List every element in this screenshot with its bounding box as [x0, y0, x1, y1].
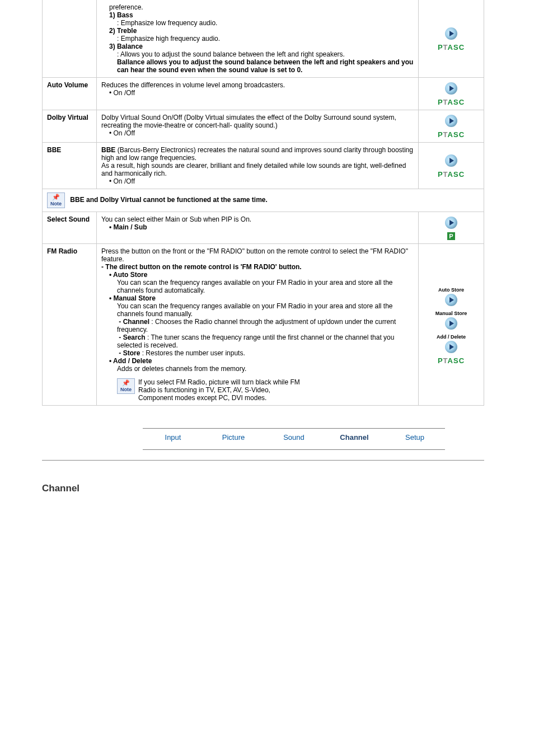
row-auto-volume: Auto Volume Reduces the differences in v…	[43, 78, 484, 110]
row-bbe: BBE BBE (Barcus-Berry Electronics) recre…	[43, 143, 484, 189]
row-select-sound: Select Sound You can select either Main …	[43, 212, 484, 244]
fm-search-bold: - Search	[119, 334, 145, 341]
dolby-label: Dolby Virtual	[43, 110, 97, 143]
note-bbe-dolby-text: BBE and Dolby Virtual cannot be function…	[70, 196, 268, 204]
note-bbe-dolby-cell: 📌Note BBE and Dolby Virtual cannot be fu…	[43, 189, 484, 212]
select-sound-label: Select Sound	[43, 212, 97, 244]
fm-search-text: : The tuner scans the frequency range un…	[117, 334, 394, 349]
play-icon	[445, 154, 457, 167]
fm-channel-line: - Channel : Chooses the Radio channel th…	[117, 318, 414, 334]
tab-picture[interactable]: Picture	[203, 433, 264, 442]
fm-manualstore-text-wrap: You can scan the frequency ranges availa…	[117, 302, 414, 318]
tab-setup[interactable]: Setup	[385, 433, 445, 442]
auto-volume-label: Auto Volume	[43, 78, 97, 110]
bbe-text1: (Barcus-Berry Electronics) recreates the…	[101, 146, 413, 162]
bbe-label: BBE	[43, 143, 97, 189]
play-icon	[445, 217, 457, 229]
fm-autostore-text: You can scan the frequency ranges availa…	[117, 279, 414, 294]
balance-desc: : Allows you to adjust the sound balance…	[117, 50, 414, 58]
select-sound-bullet: • Main / Sub	[109, 223, 414, 231]
nav-tabs: Input Picture Sound Channel Setup	[143, 429, 445, 449]
fm-autostore-title: • Auto Store	[109, 271, 414, 279]
play-icon	[445, 341, 457, 353]
fm-intro-bold: - The direct button on the remote contro…	[101, 263, 414, 271]
treble-title: 2) Treble	[109, 27, 414, 35]
fm-note-text: If you select FM Radio, picture will tur…	[138, 378, 306, 402]
icon-label-manualstore: Manual Store	[423, 311, 479, 316]
note-icon: 📌Note	[117, 378, 135, 394]
ptasc-badge: PTASC	[438, 130, 465, 139]
row-note-bbe-dolby: 📌Note BBE and Dolby Virtual cannot be fu…	[43, 189, 484, 212]
ptasc-badge: PTASC	[438, 98, 465, 106]
ptasc-badge: PTASC	[438, 170, 465, 179]
play-icon	[445, 82, 457, 95]
bass-desc: : Emphasize low frequency audio.	[117, 19, 414, 27]
nav-bottom-rule	[143, 449, 445, 450]
top-fragment-icons: PTASC	[419, 0, 484, 78]
dolby-desc: Dolby Virtual Sound On/Off (Dolby Virtua…	[97, 110, 419, 143]
play-icon	[445, 27, 457, 40]
bbe-bullet: • On /Off	[109, 177, 414, 185]
fm-store-line: - Store : Restores the number user input…	[117, 349, 414, 357]
select-sound-icons: P	[419, 212, 484, 244]
preference-text: preference.	[109, 3, 414, 11]
fm-adddelete-title: • Add / Delete	[109, 357, 414, 365]
fm-radio-icons: Auto Store Manual Store Add / Delete PTA…	[419, 244, 484, 406]
dolby-bullet: • On /Off	[109, 129, 414, 137]
note-icon: 📌Note	[47, 192, 65, 208]
fm-note: 📌Note If you select FM Radio, picture wi…	[117, 378, 414, 402]
settings-table: preference. 1) Bass : Emphasize low freq…	[42, 0, 484, 406]
fm-manualstore-text: You can scan the frequency ranges availa…	[117, 302, 393, 318]
play-icon	[445, 317, 457, 330]
auto-volume-desc: Reduces the differences in volume level …	[97, 78, 419, 110]
select-sound-desc: You can select either Main or Sub when P…	[97, 212, 419, 244]
p-badge: P	[447, 232, 455, 240]
play-icon	[445, 115, 457, 127]
dolby-text: Dolby Virtual Sound On/Off (Dolby Virtua…	[101, 114, 396, 129]
balance-title: 3) Balance	[109, 43, 414, 50]
fm-radio-desc: Press the button on the front or the "FM…	[97, 244, 419, 406]
section-title-channel: Channel	[42, 483, 484, 494]
fm-store-text: : Restores the number user inputs.	[140, 349, 245, 357]
fm-store-bold: - Store	[119, 349, 140, 357]
balance-note: Ballance allows you to adjust the sound …	[117, 58, 414, 74]
auto-volume-bullet: • On /Off	[109, 89, 414, 97]
auto-volume-icons: PTASC	[419, 78, 484, 110]
icon-label-autostore: Auto Store	[423, 287, 479, 293]
bbe-desc: BBE (Barcus-Berry Electronics) recreates…	[97, 143, 419, 189]
top-fragment: preference. 1) Bass : Emphasize low freq…	[97, 0, 419, 78]
section-rule	[42, 460, 484, 461]
ptasc-badge: PTASC	[438, 356, 465, 365]
bbe-bold-lead: BBE	[101, 146, 115, 154]
fm-intro: Press the button on the front or the "FM…	[101, 247, 414, 263]
bbe-text2: As a result, high sounds are clearer, br…	[101, 162, 414, 177]
fm-channel-text: : Chooses the Radio channel through the …	[117, 318, 396, 334]
icon-label-adddelete: Add / Delete	[423, 334, 479, 340]
fm-manualstore-title: • Manual Store	[109, 294, 414, 302]
tab-sound[interactable]: Sound	[264, 433, 324, 442]
row-label-blank	[43, 0, 97, 78]
fm-adddelete-text: Adds or deletes channels from the memory…	[117, 365, 414, 373]
play-icon	[445, 294, 457, 306]
treble-desc: : Emphasize high frequency audio.	[117, 35, 414, 43]
dolby-icons: PTASC	[419, 110, 484, 143]
tab-channel[interactable]: Channel	[324, 433, 385, 442]
bass-title: 1) Bass	[109, 11, 414, 19]
select-sound-text: You can select either Main or Sub when P…	[101, 215, 251, 223]
nav-bar: Input Picture Sound Channel Setup	[143, 428, 445, 450]
auto-volume-text: Reduces the differences in volume level …	[101, 81, 285, 89]
fm-channel-bold: - Channel	[119, 318, 149, 326]
fm-radio-label: FM Radio	[43, 244, 97, 406]
tab-input[interactable]: Input	[143, 433, 203, 442]
ptasc-badge: PTASC	[438, 43, 465, 51]
bbe-icons: PTASC	[419, 143, 484, 189]
row-dolby-virtual: Dolby Virtual Dolby Virtual Sound On/Off…	[43, 110, 484, 143]
row-fm-radio: FM Radio Press the button on the front o…	[43, 244, 484, 406]
fm-search-line: - Search : The tuner scans the frequency…	[117, 334, 414, 349]
